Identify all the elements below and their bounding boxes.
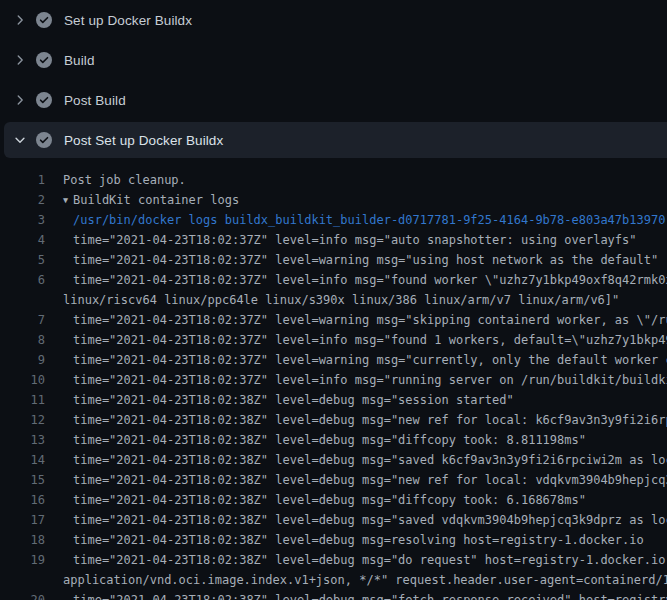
log-line-number[interactable]: 7 xyxy=(0,310,45,330)
log-text: time="2021-04-23T18:02:38Z" level=debug … xyxy=(45,430,586,450)
log-line-number[interactable]: 19 xyxy=(0,550,45,570)
log-line-number[interactable]: 8 xyxy=(0,330,45,350)
log-line: 18time="2021-04-23T18:02:38Z" level=debu… xyxy=(0,530,667,550)
triangle-down-icon[interactable]: ▼ xyxy=(63,190,73,210)
log-line-wrap: application/vnd.oci.image.index.v1+json,… xyxy=(0,570,667,590)
log-line-number[interactable]: 12 xyxy=(0,410,45,430)
log-text: time="2021-04-23T18:02:37Z" level=info m… xyxy=(45,270,667,290)
step-label: Post Build xyxy=(64,93,126,108)
log-line-number[interactable] xyxy=(0,570,45,590)
log-line: 20time="2021-04-23T18:02:38Z" level=debu… xyxy=(0,590,667,600)
log-line: 11time="2021-04-23T18:02:38Z" level=debu… xyxy=(0,390,667,410)
log-line-number[interactable]: 16 xyxy=(0,490,45,510)
chevron-right-icon xyxy=(12,92,28,108)
log-text-content: time="2021-04-23T18:02:38Z" level=debug … xyxy=(73,553,667,567)
log-line-number[interactable]: 5 xyxy=(0,250,45,270)
log-text: time="2021-04-23T18:02:38Z" level=debug … xyxy=(45,530,644,550)
log-line-number[interactable]: 10 xyxy=(0,370,45,390)
log-line-number[interactable]: 2 xyxy=(0,190,45,210)
log-text-content: time="2021-04-23T18:02:37Z" level=info m… xyxy=(73,333,667,347)
step-label: Set up Docker Buildx xyxy=(64,13,192,28)
step-header-post-build[interactable]: Post Build xyxy=(0,80,667,120)
log-command-text: /usr/bin/docker logs buildx_buildkit_bui… xyxy=(45,210,665,230)
log-line: 13time="2021-04-23T18:02:38Z" level=debu… xyxy=(0,430,667,450)
log-line-number[interactable]: 1 xyxy=(0,170,45,190)
step-header-build[interactable]: Build xyxy=(0,40,667,80)
log-text-content: application/vnd.oci.image.index.v1+json,… xyxy=(63,573,667,587)
log-text-content: /usr/bin/docker logs buildx_buildkit_bui… xyxy=(73,213,665,227)
log-line: 5time="2021-04-23T18:02:37Z" level=warni… xyxy=(0,250,667,270)
log-text: time="2021-04-23T18:02:37Z" level=warnin… xyxy=(45,350,667,370)
log-text: time="2021-04-23T18:02:38Z" level=debug … xyxy=(45,510,667,530)
log-text-content: time="2021-04-23T18:02:37Z" level=warnin… xyxy=(73,353,667,367)
chevron-down-icon xyxy=(12,132,28,148)
log-line: 1Post job cleanup. xyxy=(0,170,667,190)
log-line-number[interactable]: 15 xyxy=(0,470,45,490)
log-text-content: time="2021-04-23T18:02:37Z" level=info m… xyxy=(73,273,667,287)
log-text: time="2021-04-23T18:02:38Z" level=debug … xyxy=(45,410,667,430)
log-text: time="2021-04-23T18:02:38Z" level=debug … xyxy=(45,390,514,410)
chevron-right-icon xyxy=(12,52,28,68)
step-label: Build xyxy=(64,53,95,68)
log-text: time="2021-04-23T18:02:37Z" level=info m… xyxy=(45,230,637,250)
log-line: 2▼BuildKit container logs xyxy=(0,190,667,210)
log-text-content: time="2021-04-23T18:02:37Z" level=info m… xyxy=(73,233,637,247)
log-text-content: time="2021-04-23T18:02:37Z" level=warnin… xyxy=(73,313,667,327)
log-line: 9time="2021-04-23T18:02:37Z" level=warni… xyxy=(0,350,667,370)
log-text[interactable]: ▼BuildKit container logs xyxy=(45,190,239,210)
log-text: time="2021-04-23T18:02:38Z" level=debug … xyxy=(45,550,667,570)
log-line: 3/usr/bin/docker logs buildx_buildkit_bu… xyxy=(0,210,667,230)
log-text-content: time="2021-04-23T18:02:38Z" level=debug … xyxy=(73,513,667,527)
log-line-number[interactable]: 14 xyxy=(0,450,45,470)
log-line: 6time="2021-04-23T18:02:37Z" level=info … xyxy=(0,270,667,290)
log-line: 19time="2021-04-23T18:02:38Z" level=debu… xyxy=(0,550,667,570)
log-line: 10time="2021-04-23T18:02:37Z" level=info… xyxy=(0,370,667,390)
log-line-number[interactable]: 3 xyxy=(0,210,45,230)
log-line: 8time="2021-04-23T18:02:37Z" level=info … xyxy=(0,330,667,350)
log-text-content: time="2021-04-23T18:02:38Z" level=debug … xyxy=(73,593,667,600)
log-line: 12time="2021-04-23T18:02:38Z" level=debu… xyxy=(0,410,667,430)
step-label: Post Set up Docker Buildx xyxy=(64,133,223,148)
log-text-content: time="2021-04-23T18:02:38Z" level=debug … xyxy=(73,473,667,487)
log-line-number[interactable]: 18 xyxy=(0,530,45,550)
log-line: 15time="2021-04-23T18:02:38Z" level=debu… xyxy=(0,470,667,490)
log-line-number[interactable]: 11 xyxy=(0,390,45,410)
log-text-content: BuildKit container logs xyxy=(73,193,239,207)
check-circle-icon xyxy=(36,52,52,68)
step-header-set-up-docker-buildx[interactable]: Set up Docker Buildx xyxy=(0,0,667,40)
log-text: time="2021-04-23T18:02:38Z" level=debug … xyxy=(45,490,586,510)
log-text: Post job cleanup. xyxy=(45,170,186,190)
log-text-content: time="2021-04-23T18:02:37Z" level=info m… xyxy=(73,373,667,387)
log-text: time="2021-04-23T18:02:37Z" level=info m… xyxy=(45,330,667,350)
log-line-number[interactable]: 4 xyxy=(0,230,45,250)
log-text: time="2021-04-23T18:02:37Z" level=warnin… xyxy=(45,310,667,330)
log-line: 7time="2021-04-23T18:02:37Z" level=warni… xyxy=(0,310,667,330)
log-line: 16time="2021-04-23T18:02:38Z" level=debu… xyxy=(0,490,667,510)
log-text: time="2021-04-23T18:02:38Z" level=debug … xyxy=(45,470,667,490)
log-line-number[interactable]: 17 xyxy=(0,510,45,530)
log-text: time="2021-04-23T18:02:37Z" level=warnin… xyxy=(45,250,658,270)
log-line-number[interactable]: 13 xyxy=(0,430,45,450)
log-text: application/vnd.oci.image.index.v1+json,… xyxy=(45,570,667,590)
log-text-content: time="2021-04-23T18:02:38Z" level=debug … xyxy=(73,433,586,447)
log-line-number[interactable] xyxy=(0,290,45,310)
log-text: time="2021-04-23T18:02:37Z" level=info m… xyxy=(45,370,667,390)
log-text-content: time="2021-04-23T18:02:38Z" level=debug … xyxy=(73,413,667,427)
log-line-number[interactable]: 6 xyxy=(0,270,45,290)
log-line: 14time="2021-04-23T18:02:38Z" level=debu… xyxy=(0,450,667,470)
log-line-number[interactable]: 20 xyxy=(0,590,45,600)
check-circle-icon xyxy=(36,12,52,28)
log-text-content: time="2021-04-23T18:02:38Z" level=debug … xyxy=(73,453,667,467)
step-header-post-set-up-docker-buildx[interactable]: Post Set up Docker Buildx xyxy=(4,122,667,158)
log-text-content: linux/riscv64 linux/ppc64le linux/s390x … xyxy=(63,293,619,307)
check-circle-icon xyxy=(36,92,52,108)
steps-list: Set up Docker BuildxBuildPost BuildPost … xyxy=(0,0,667,158)
log-text: time="2021-04-23T18:02:38Z" level=debug … xyxy=(45,590,667,600)
log-text: time="2021-04-23T18:02:38Z" level=debug … xyxy=(45,450,667,470)
log-text-content: Post job cleanup. xyxy=(63,173,186,187)
log-viewer: 1Post job cleanup.2▼BuildKit container l… xyxy=(0,160,667,600)
log-line-number[interactable]: 9 xyxy=(0,350,45,370)
log-line-wrap: linux/riscv64 linux/ppc64le linux/s390x … xyxy=(0,290,667,310)
log-text: linux/riscv64 linux/ppc64le linux/s390x … xyxy=(45,290,619,310)
log-text-content: time="2021-04-23T18:02:38Z" level=debug … xyxy=(73,393,514,407)
